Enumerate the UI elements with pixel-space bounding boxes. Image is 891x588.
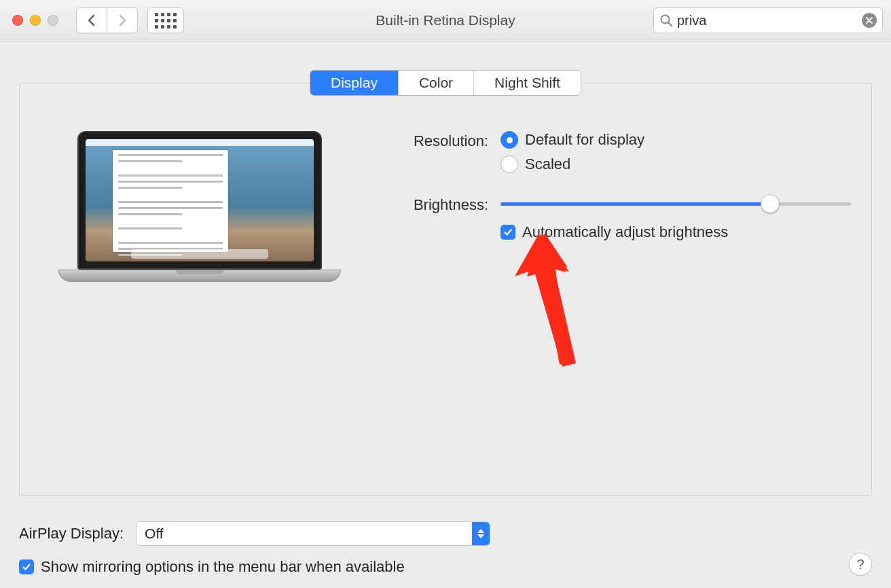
show-all-button[interactable] bbox=[147, 7, 184, 33]
chevron-right-icon bbox=[117, 14, 127, 26]
mirroring-checkbox[interactable]: Show mirroring options in the menu bar w… bbox=[19, 558, 405, 576]
zoom-window-button[interactable] bbox=[48, 15, 58, 26]
tab-display[interactable]: Display bbox=[310, 71, 398, 95]
brightness-slider[interactable] bbox=[501, 195, 851, 213]
checkbox-checked-icon bbox=[19, 559, 34, 574]
resolution-default-radio[interactable]: Default for display bbox=[501, 131, 851, 149]
tab-color[interactable]: Color bbox=[398, 71, 473, 95]
search-input[interactable] bbox=[673, 13, 862, 29]
radio-selected-icon bbox=[501, 131, 518, 149]
window-toolbar: Built-in Retina Display bbox=[0, 0, 891, 41]
mirroring-label: Show mirroring options in the menu bar w… bbox=[41, 558, 405, 576]
popup-stepper-icon bbox=[472, 522, 490, 545]
clear-search-button[interactable] bbox=[862, 13, 877, 28]
resolution-scaled-radio[interactable]: Scaled bbox=[501, 155, 851, 173]
close-window-button[interactable] bbox=[12, 15, 23, 26]
chevron-left-icon bbox=[87, 14, 96, 26]
settings-panel: Resolution: Default for display Scaled bbox=[19, 83, 872, 496]
brightness-label: Brightness: bbox=[386, 195, 501, 214]
airplay-label: AirPlay Display: bbox=[19, 525, 124, 543]
x-icon bbox=[866, 17, 873, 24]
resolution-default-label: Default for display bbox=[525, 131, 644, 149]
grid-icon bbox=[155, 13, 177, 29]
tab-switcher: Display Color Night Shift bbox=[0, 70, 891, 96]
slider-knob-icon[interactable] bbox=[761, 194, 780, 213]
window-controls bbox=[12, 15, 58, 26]
forward-button[interactable] bbox=[107, 7, 138, 33]
resolution-scaled-label: Scaled bbox=[525, 155, 570, 173]
preferences-window: Built-in Retina Display Display Color Ni… bbox=[0, 0, 891, 588]
minimize-window-button[interactable] bbox=[30, 15, 41, 26]
radio-unselected-icon bbox=[501, 155, 518, 173]
auto-brightness-checkbox[interactable]: Automatically adjust brightness bbox=[501, 223, 851, 241]
settings-form: Resolution: Default for display Scaled bbox=[386, 131, 851, 282]
search-field[interactable] bbox=[653, 7, 883, 33]
auto-brightness-label: Automatically adjust brightness bbox=[522, 223, 728, 241]
bottom-controls: AirPlay Display: Off Show mirroring opti… bbox=[19, 521, 872, 576]
search-icon bbox=[659, 14, 673, 27]
laptop-illustration bbox=[77, 131, 322, 282]
nav-buttons bbox=[76, 7, 138, 33]
svg-line-1 bbox=[668, 22, 672, 26]
help-button[interactable]: ? bbox=[849, 553, 872, 576]
checkbox-checked-icon bbox=[501, 225, 515, 240]
resolution-label: Resolution: bbox=[386, 131, 501, 150]
airplay-value: Off bbox=[137, 526, 472, 542]
display-thumbnail bbox=[40, 131, 359, 282]
airplay-popup[interactable]: Off bbox=[136, 521, 490, 546]
back-button[interactable] bbox=[76, 7, 107, 33]
tab-night-shift[interactable]: Night Shift bbox=[473, 71, 581, 95]
